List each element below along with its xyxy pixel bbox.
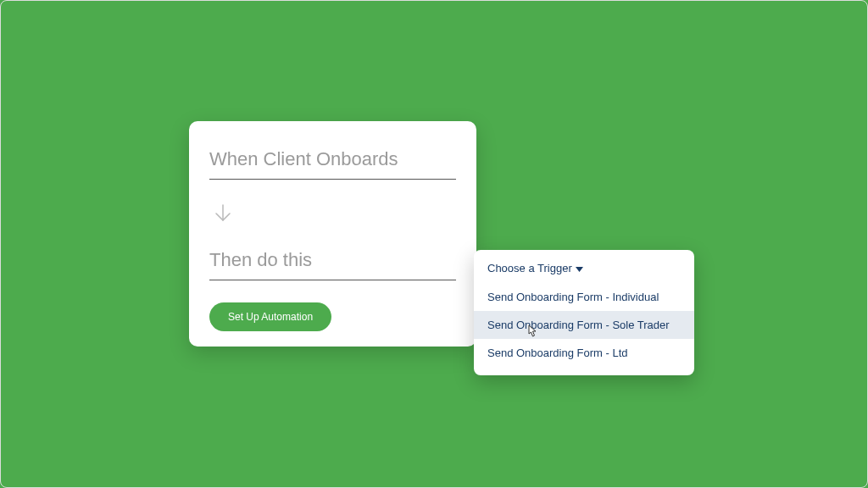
caret-down-icon [576, 262, 583, 274]
dropdown-header-label: Choose a Trigger [487, 262, 572, 274]
trigger-dropdown: Choose a Trigger Send Onboarding Form - … [474, 250, 694, 375]
trigger-field[interactable]: When Client Onboards [209, 148, 456, 180]
dropdown-header[interactable]: Choose a Trigger [474, 262, 694, 283]
setup-automation-button[interactable]: Set Up Automation [209, 302, 331, 331]
dropdown-item[interactable]: Send Onboarding Form - Sole Trader [474, 311, 694, 339]
dropdown-item[interactable]: Send Onboarding Form - Ltd [474, 339, 694, 367]
dropdown-item[interactable]: Send Onboarding Form - Individual [474, 283, 694, 311]
arrow-down-icon [211, 202, 456, 225]
automation-card: When Client Onboards Then do this Set Up… [189, 121, 476, 347]
action-field[interactable]: Then do this [209, 249, 456, 280]
